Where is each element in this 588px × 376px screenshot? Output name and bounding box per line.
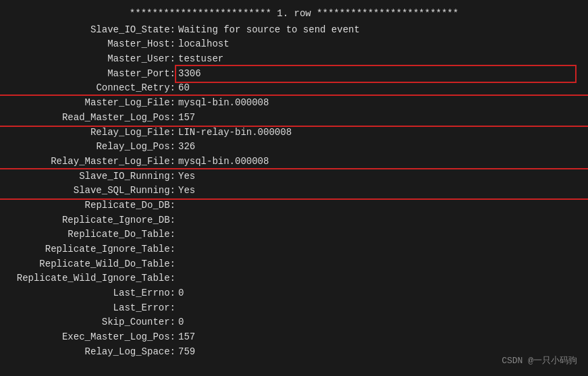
row-value [177,257,574,272]
table-row: Slave_SQL_Running: Yes [0,184,588,198]
row-value: mysql-bin.000008 [177,155,574,169]
row-key: Connect_Retry: [0,81,176,96]
row-value [177,213,574,228]
row-key: Replicate_Ignore_DB: [0,213,176,228]
row-value: 0 [177,286,574,301]
table-row: Relay_Log_Pos: 326 [0,140,588,155]
table-row: Relay_Log_File: LIN-relay-bin.000008 [0,126,588,140]
row-key: Last_Errno: [0,286,176,301]
highlight-group-box3: Slave_IO_Running: YesSlave_SQL_Running: … [0,169,588,198]
row-value: Yes [177,169,574,184]
row-value [177,301,574,316]
row-key: Master_Host: [0,37,176,52]
table-row: Skip_Counter: 0 [0,315,588,330]
row-key: Replicate_Ignore_Table: [0,242,176,257]
table-row: Read_Master_Log_Pos: 157 [0,111,588,126]
row-value: Yes [177,184,574,198]
row-value [177,271,574,286]
table-row: Relay_Master_Log_File: mysql-bin.000008 [0,155,588,169]
row-key: Replicate_Wild_Do_Table: [0,257,176,272]
row-key: Exec_Master_Log_Pos: [0,330,176,345]
row-key: Relay_Log_Space: [0,345,176,360]
row-value [177,227,574,242]
table-row: Slave_IO_Running: Yes [0,169,588,184]
table-row: Slave_IO_State: Waiting for source to se… [0,23,588,38]
table-row: Connect_Retry: 60 [0,81,588,96]
table-row: Last_Error: [0,301,588,316]
row-key: Slave_IO_Running: [0,169,176,184]
table-row: Replicate_Ignore_DB: [0,213,588,228]
row-key: Master_User: [0,52,176,67]
row-value: 60 [177,81,574,96]
row-key: Last_Error: [0,301,176,316]
row-key: Relay_Master_Log_File: [0,155,176,169]
highlight-group-box2: Master_Log_File: mysql-bin.000008Read_Ma… [0,96,588,125]
row-value: 3306 [177,67,574,82]
row-value: 326 [177,140,574,155]
terminal: ************************* 1. row *******… [0,0,588,376]
row-key: Replicate_Do_DB: [0,198,176,213]
table-row: Master_Port: 3306 [0,67,588,82]
row-key: Master_Log_File: [0,96,176,111]
table-row: Replicate_Ignore_Table: [0,242,588,257]
row-value: LIN-relay-bin.000008 [177,126,574,140]
row-value: Waiting for source to send event [177,23,574,38]
row-value: 157 [177,111,574,126]
table-row: Replicate_Do_Table: [0,227,588,242]
row-value: mysql-bin.000008 [177,96,574,111]
table-row: Exec_Master_Log_Pos: 157 [0,330,588,345]
row-key: Master_Port: [0,67,176,82]
row-value: testuser [177,52,574,67]
row-key: Skip_Counter: [0,315,176,330]
table-row: Master_User: testuser [0,52,588,67]
table-row: Replicate_Wild_Ignore_Table: [0,271,588,286]
row-value [177,242,574,257]
row-key: Read_Master_Log_Pos: [0,111,176,126]
table-row: Master_Host: localhost [0,37,588,52]
row-key: Relay_Log_File: [0,126,176,140]
row-value: 157 [177,330,574,345]
row-key: Relay_Log_Pos: [0,140,176,155]
table-row: Master_Log_File: mysql-bin.000008 [0,96,588,111]
row-value: localhost [177,37,574,52]
table-row: Relay_Log_Space: 759 [0,345,588,360]
table-row: Replicate_Do_DB: [0,198,588,213]
row-key: Slave_SQL_Running: [0,184,176,198]
row-key: Replicate_Do_Table: [0,227,176,242]
row-value [177,198,574,213]
watermark: CSDN @一只小码驹 [502,354,577,367]
row-value: 0 [177,315,574,330]
table-row: Last_Errno: 0 [0,286,588,301]
row-header: ************************* 1. row *******… [0,5,588,23]
row-key: Slave_IO_State: [0,23,176,38]
row-key: Replicate_Wild_Ignore_Table: [0,271,176,286]
table-row: Replicate_Wild_Do_Table: [0,257,588,272]
